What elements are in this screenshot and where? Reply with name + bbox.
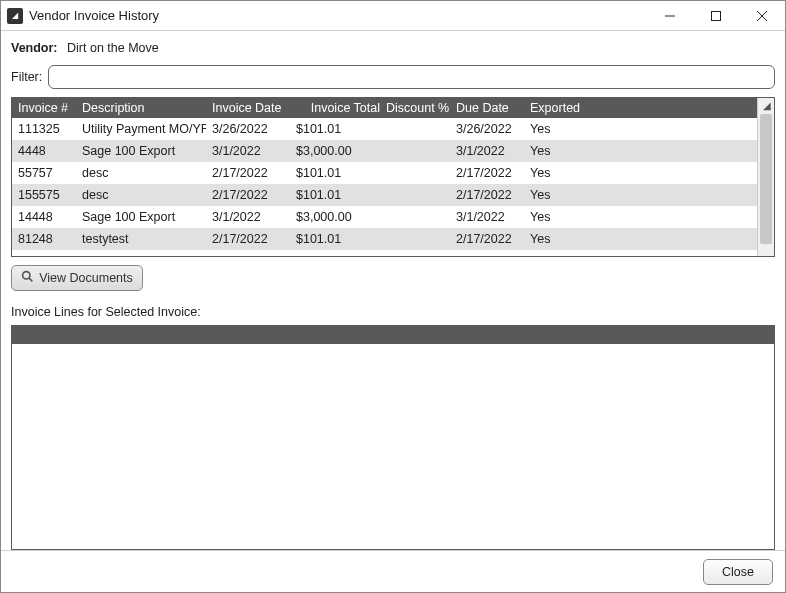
col-invoice-no[interactable]: Invoice #: [12, 98, 76, 118]
cell-exported: Yes: [524, 228, 757, 250]
cell-exported: Yes: [524, 184, 757, 206]
invoice-lines-grid[interactable]: [11, 325, 775, 550]
close-window-button[interactable]: [739, 1, 785, 30]
cell-invoice_date: 3/26/2022: [206, 118, 290, 140]
cell-discount_pct: [380, 140, 450, 162]
cell-invoice_date: 3/1/2022: [206, 206, 290, 228]
cell-due_date: 2/17/2022: [450, 184, 524, 206]
table-row[interactable]: 155575desc2/17/2022$101.012/17/2022Yes: [12, 184, 757, 206]
view-documents-label: View Documents: [39, 271, 133, 285]
grid-header-row: Invoice # Description Invoice Date Invoi…: [12, 98, 757, 118]
grid-scrollbar[interactable]: ◢: [757, 98, 774, 256]
svg-line-5: [29, 278, 32, 281]
cell-description: desc: [76, 162, 206, 184]
cell-due_date: 4/3/2021: [450, 250, 524, 256]
col-invoice-date[interactable]: Invoice Date: [206, 98, 290, 118]
cell-description: desc: [76, 184, 206, 206]
content-area: Vendor: Dirt on the Move Filter:: [1, 31, 785, 550]
table-row[interactable]: 81248testytest2/17/2022$101.012/17/2022Y…: [12, 228, 757, 250]
cell-invoice_date: 2/17/2022: [206, 162, 290, 184]
cell-description: Utility Payment MO/YR: [76, 118, 206, 140]
cell-due_date: 2/17/2022: [450, 162, 524, 184]
titlebar: ◢ Vendor Invoice History: [1, 1, 785, 31]
filter-input[interactable]: [48, 65, 775, 89]
cell-due_date: 3/1/2022: [450, 206, 524, 228]
app-icon: ◢: [7, 8, 23, 24]
col-discount-pct[interactable]: Discount %: [380, 98, 450, 118]
cell-invoice_no: 111325: [12, 118, 76, 140]
vendor-label: Vendor:: [11, 41, 58, 55]
cell-invoice_total: $101.01: [290, 162, 380, 184]
cell-invoice_total: $101.01: [290, 184, 380, 206]
table-row[interactable]: 55757desc2/17/2022$101.012/17/2022Yes: [12, 162, 757, 184]
cell-invoice_date: 2/17/2022: [206, 228, 290, 250]
vendor-row: Vendor: Dirt on the Move: [11, 41, 775, 55]
cell-description: Sage 100 Export: [76, 206, 206, 228]
cell-invoice_total: $3,000.00: [290, 206, 380, 228]
cell-invoice_no: 14448: [12, 206, 76, 228]
invoice-lines-label: Invoice Lines for Selected Invoice:: [11, 305, 775, 319]
vendor-value: Dirt on the Move: [67, 41, 159, 55]
cell-exported: Yes: [524, 140, 757, 162]
table-row[interactable]: 4448Sage 100 Export3/1/2022$3,000.003/1/…: [12, 140, 757, 162]
table-row[interactable]: 111325Utility Payment MO/YR3/26/2022$101…: [12, 118, 757, 140]
cell-due_date: 2/17/2022: [450, 228, 524, 250]
filter-label: Filter:: [11, 70, 42, 84]
minimize-button[interactable]: [647, 1, 693, 30]
close-button-label: Close: [722, 565, 754, 579]
svg-point-4: [23, 272, 30, 279]
col-exported[interactable]: Exported: [524, 98, 757, 118]
cell-discount_pct: [380, 228, 450, 250]
cell-due_date: 3/26/2022: [450, 118, 524, 140]
footer: Close: [1, 550, 785, 592]
table-row[interactable]: InfoInvoice Info4/3/2021$50.004/3/2021Ye…: [12, 250, 757, 256]
col-description[interactable]: Description: [76, 98, 206, 118]
cell-exported: Yes: [524, 118, 757, 140]
cell-discount_pct: [380, 250, 450, 256]
scroll-thumb[interactable]: [760, 114, 772, 244]
cell-exported: Yes: [524, 250, 757, 256]
cell-exported: Yes: [524, 162, 757, 184]
cell-invoice_date: 3/1/2022: [206, 140, 290, 162]
cell-invoice_no: 55757: [12, 162, 76, 184]
cell-discount_pct: [380, 162, 450, 184]
cell-invoice_date: 2/17/2022: [206, 184, 290, 206]
cell-invoice_total: $101.01: [290, 118, 380, 140]
cell-invoice_total: $50.00: [290, 250, 380, 256]
cell-invoice_no: 81248: [12, 228, 76, 250]
cell-discount_pct: [380, 184, 450, 206]
maximize-button[interactable]: [693, 1, 739, 30]
cell-invoice_total: $3,000.00: [290, 140, 380, 162]
svg-rect-1: [712, 11, 721, 20]
scroll-up-icon[interactable]: ◢: [763, 100, 771, 111]
view-documents-button[interactable]: View Documents: [11, 265, 143, 291]
search-icon: [21, 270, 34, 286]
cell-invoice_date: 4/3/2021: [206, 250, 290, 256]
cell-description: testytest: [76, 228, 206, 250]
col-invoice-total[interactable]: Invoice Total: [290, 98, 380, 118]
cell-due_date: 3/1/2022: [450, 140, 524, 162]
cell-exported: Yes: [524, 206, 757, 228]
window-title: Vendor Invoice History: [29, 8, 647, 23]
invoice-lines-body: [12, 344, 774, 549]
invoice-grid[interactable]: Invoice # Description Invoice Date Invoi…: [11, 97, 775, 257]
cell-invoice_no: Info: [12, 250, 76, 256]
window-controls: [647, 1, 785, 30]
vendor-invoice-history-window: ◢ Vendor Invoice History Vendor: Dirt on…: [0, 0, 786, 593]
cell-discount_pct: [380, 206, 450, 228]
col-due-date[interactable]: Due Date: [450, 98, 524, 118]
cell-discount_pct: [380, 118, 450, 140]
table-row[interactable]: 14448Sage 100 Export3/1/2022$3,000.003/1…: [12, 206, 757, 228]
close-button[interactable]: Close: [703, 559, 773, 585]
cell-invoice_no: 155575: [12, 184, 76, 206]
cell-invoice_no: 4448: [12, 140, 76, 162]
cell-invoice_total: $101.01: [290, 228, 380, 250]
cell-description: Sage 100 Export: [76, 140, 206, 162]
filter-row: Filter:: [11, 65, 775, 89]
invoice-lines-header: [12, 326, 774, 344]
cell-description: Invoice Info: [76, 250, 206, 256]
